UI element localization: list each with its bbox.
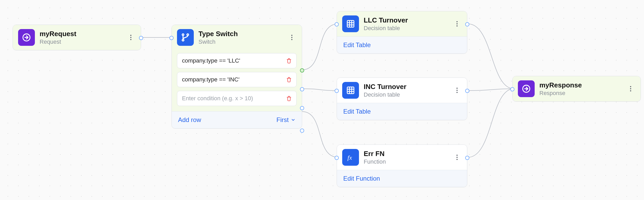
port-switch-in[interactable] xyxy=(169,36,174,40)
request-more-button[interactable] xyxy=(126,33,136,42)
request-icon xyxy=(18,29,35,46)
svg-point-11 xyxy=(457,21,458,22)
table-icon xyxy=(342,82,359,99)
edge-switch-llc xyxy=(302,24,338,70)
svg-point-20 xyxy=(457,157,458,158)
svg-point-1 xyxy=(130,35,131,36)
edge-llc-response xyxy=(468,24,514,89)
condition-row xyxy=(177,53,297,68)
inc-subtitle: Decision table xyxy=(364,91,448,98)
err-title: Err FN xyxy=(364,150,448,158)
llc-subtitle: Decision table xyxy=(364,25,448,32)
err-edit-button[interactable]: Edit Function xyxy=(337,170,467,187)
switch-conditions xyxy=(172,50,302,111)
svg-point-8 xyxy=(291,37,292,38)
svg-point-13 xyxy=(457,25,458,26)
port-switch-out-1[interactable] xyxy=(300,87,304,91)
delete-condition-button[interactable] xyxy=(285,95,293,102)
node-response[interactable]: myResponse Response xyxy=(512,76,641,102)
svg-point-7 xyxy=(291,35,292,36)
svg-point-19 xyxy=(457,155,458,156)
port-request-out[interactable] xyxy=(139,36,143,40)
condition-row xyxy=(177,72,297,87)
node-switch[interactable]: Type Switch Switch Add row xyxy=(171,25,302,129)
port-switch-out-2[interactable] xyxy=(300,106,304,110)
svg-point-16 xyxy=(457,90,458,91)
condition-input-1[interactable] xyxy=(182,76,285,83)
svg-rect-10 xyxy=(347,20,354,27)
edge-err-response xyxy=(468,89,514,157)
switch-subtitle: Switch xyxy=(198,38,282,45)
inc-title: INC Turnover xyxy=(364,83,448,91)
add-row-button[interactable]: Add row xyxy=(178,116,201,124)
svg-point-23 xyxy=(630,86,631,87)
port-inc-in[interactable] xyxy=(335,89,339,93)
response-more-button[interactable] xyxy=(626,84,635,93)
function-icon: fx xyxy=(342,149,359,166)
err-more-button[interactable] xyxy=(452,153,462,162)
svg-rect-14 xyxy=(347,87,354,94)
branch-icon xyxy=(177,29,194,46)
llc-title: LLC Turnover xyxy=(364,16,448,24)
svg-point-9 xyxy=(291,39,292,40)
node-llc[interactable]: LLC Turnover Decision table Edit Table xyxy=(337,11,467,54)
llc-more-button[interactable] xyxy=(452,19,462,29)
node-inc[interactable]: INC Turnover Decision table Edit Table xyxy=(337,77,467,120)
condition-row xyxy=(177,91,297,106)
inc-more-button[interactable] xyxy=(452,86,462,95)
response-title: myResponse xyxy=(539,81,621,89)
delete-condition-button[interactable] xyxy=(285,57,293,64)
table-icon xyxy=(342,15,359,32)
svg-point-15 xyxy=(457,88,458,89)
edge-inc-response xyxy=(468,89,514,91)
response-icon xyxy=(518,80,535,97)
mode-select[interactable]: First xyxy=(276,116,296,124)
edge-switch-inc xyxy=(302,89,338,91)
port-llc-out[interactable] xyxy=(465,22,469,26)
node-request[interactable]: myRequest Request xyxy=(13,25,141,50)
svg-point-12 xyxy=(457,23,458,24)
switch-title: Type Switch xyxy=(198,30,282,38)
err-subtitle: Function xyxy=(364,158,448,165)
port-err-out[interactable] xyxy=(465,156,469,160)
inc-edit-button[interactable]: Edit Table xyxy=(337,103,467,120)
edge-switch-err xyxy=(302,112,338,157)
switch-more-button[interactable] xyxy=(287,33,297,42)
delete-condition-button[interactable] xyxy=(285,76,293,83)
response-subtitle: Response xyxy=(539,90,621,97)
svg-point-25 xyxy=(630,90,631,91)
svg-point-21 xyxy=(457,159,458,160)
request-subtitle: Request xyxy=(40,38,121,45)
svg-point-3 xyxy=(130,39,131,40)
mode-label: First xyxy=(276,116,289,124)
port-switch-out-0[interactable] xyxy=(300,68,304,73)
port-inc-out[interactable] xyxy=(465,89,469,93)
request-title: myRequest xyxy=(40,30,121,38)
port-response-in[interactable] xyxy=(510,87,514,91)
port-llc-in[interactable] xyxy=(335,22,339,26)
condition-input-2[interactable] xyxy=(182,95,285,102)
port-err-in[interactable] xyxy=(335,156,339,160)
svg-point-17 xyxy=(457,92,458,93)
chevron-down-icon xyxy=(291,118,296,122)
svg-text:fx: fx xyxy=(347,154,352,161)
condition-input-0[interactable] xyxy=(182,57,285,64)
svg-point-2 xyxy=(130,37,131,38)
llc-edit-button[interactable]: Edit Table xyxy=(337,36,467,53)
svg-point-24 xyxy=(630,88,631,89)
port-switch-out-default[interactable] xyxy=(300,129,304,133)
node-err[interactable]: fx Err FN Function Edit Function xyxy=(337,145,467,187)
